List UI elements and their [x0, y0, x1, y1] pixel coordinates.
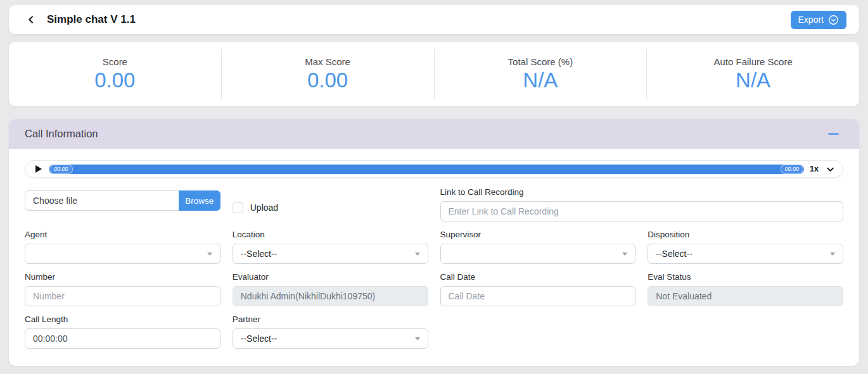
score-metric-label: Auto Failure Score — [714, 56, 793, 67]
file-input[interactable]: Choose file — [25, 190, 179, 211]
elapsed-time: 00:00 — [49, 165, 73, 174]
number-field: Number — [25, 272, 220, 306]
caret-down-icon — [207, 252, 212, 256]
supervisor-select[interactable] — [440, 244, 636, 264]
disposition-label: Disposition — [648, 230, 843, 239]
remaining-time: 00:00 — [781, 165, 804, 174]
link-to-recording-field: Link to Call Recording — [440, 187, 844, 221]
caret-down-icon — [830, 252, 835, 256]
evaluator-label: Evaluator — [233, 272, 428, 282]
score-metric: Auto Failure Score N/A — [647, 56, 859, 92]
call-information-body: 00:00 00:00 1x Choose file Browse Upload — [9, 149, 859, 349]
partner-select-value: --Select-- — [241, 333, 278, 344]
score-metric-label: Score — [103, 56, 127, 67]
link-to-recording-label: Link to Call Recording — [440, 187, 844, 197]
call-date-field: Call Date — [440, 272, 636, 306]
upload-checkbox-label: Upload — [250, 203, 278, 213]
audio-player: 00:00 00:00 1x — [25, 160, 843, 178]
upload-cell: Upload — [233, 194, 428, 221]
call-information-header: Call Information — [9, 119, 859, 149]
call-information-form: Choose file Browse Upload Link to Call R… — [25, 187, 843, 349]
score-metric: Score 0.00 — [9, 56, 221, 92]
call-length-field: Call Length — [25, 315, 220, 349]
location-label: Location — [233, 230, 428, 239]
evaluator-field: Evaluator — [233, 272, 428, 306]
minus-icon — [828, 133, 839, 135]
eval-status-label: Eval Status — [648, 272, 843, 282]
chevron-left-icon — [26, 15, 36, 25]
agent-field: Agent — [25, 230, 220, 264]
number-label: Number — [25, 272, 220, 282]
caret-down-icon — [415, 252, 420, 256]
browse-button[interactable]: Browse — [179, 190, 220, 211]
link-to-recording-input[interactable] — [440, 201, 844, 221]
audio-progress-bar[interactable]: 00:00 00:00 — [49, 165, 804, 174]
call-length-input[interactable] — [25, 328, 220, 349]
score-metric-value: 0.00 — [307, 68, 348, 92]
partner-field: Partner --Select-- — [233, 315, 428, 349]
location-field: Location --Select-- — [233, 230, 428, 264]
partner-select[interactable]: --Select-- — [233, 328, 428, 349]
export-button[interactable]: Export — [791, 11, 846, 29]
score-summary-bar: Score 0.00 Max Score 0.00 Total Score (%… — [9, 42, 859, 106]
disposition-select-value: --Select-- — [656, 249, 692, 259]
caret-down-icon — [415, 337, 420, 340]
caret-down-icon — [622, 252, 627, 256]
file-input-group: Choose file Browse — [25, 190, 220, 211]
score-metric-value: 0.00 — [94, 68, 135, 92]
chevron-down-icon — [826, 165, 835, 174]
back-button[interactable] — [23, 11, 39, 28]
eval-status-field: Eval Status — [648, 272, 843, 306]
call-date-label: Call Date — [440, 272, 636, 282]
location-select-value: --Select-- — [241, 249, 278, 259]
section-title: Call Information — [25, 128, 98, 140]
score-metric-label: Total Score (%) — [508, 56, 573, 67]
play-icon — [35, 165, 42, 173]
score-metric-label: Max Score — [305, 56, 350, 67]
call-information-card: Call Information 00:00 00:00 1x — [9, 119, 859, 366]
top-bar: Simple chat V 1.1 Export — [9, 5, 859, 34]
score-metric: Total Score (%) N/A — [435, 56, 647, 92]
call-date-input[interactable] — [440, 286, 636, 306]
score-metric-value: N/A — [523, 68, 558, 92]
disposition-field: Disposition --Select-- — [648, 230, 843, 264]
call-length-label: Call Length — [25, 315, 220, 324]
agent-label: Agent — [25, 230, 220, 239]
file-upload-cell: Choose file Browse — [25, 187, 220, 221]
export-button-label: Export — [798, 15, 824, 25]
playback-speed-button[interactable]: 1x — [810, 165, 819, 173]
supervisor-field: Supervisor — [440, 230, 636, 264]
agent-select[interactable] — [25, 244, 220, 264]
circled-chevron-down-icon — [828, 15, 839, 25]
location-select[interactable]: --Select-- — [233, 244, 428, 264]
partner-label: Partner — [233, 315, 428, 324]
play-button[interactable] — [34, 164, 43, 174]
disposition-select[interactable]: --Select-- — [648, 244, 843, 264]
upload-checkbox[interactable] — [233, 203, 243, 213]
supervisor-label: Supervisor — [440, 230, 636, 239]
number-input[interactable] — [25, 286, 220, 306]
page-title: Simple chat V 1.1 — [47, 13, 136, 26]
player-options-button[interactable] — [824, 165, 836, 174]
score-metric: Max Score 0.00 — [222, 56, 434, 92]
eval-status-input — [648, 286, 843, 306]
score-metric-value: N/A — [736, 68, 770, 92]
evaluator-input — [233, 286, 428, 306]
collapse-section-button[interactable] — [827, 129, 840, 139]
